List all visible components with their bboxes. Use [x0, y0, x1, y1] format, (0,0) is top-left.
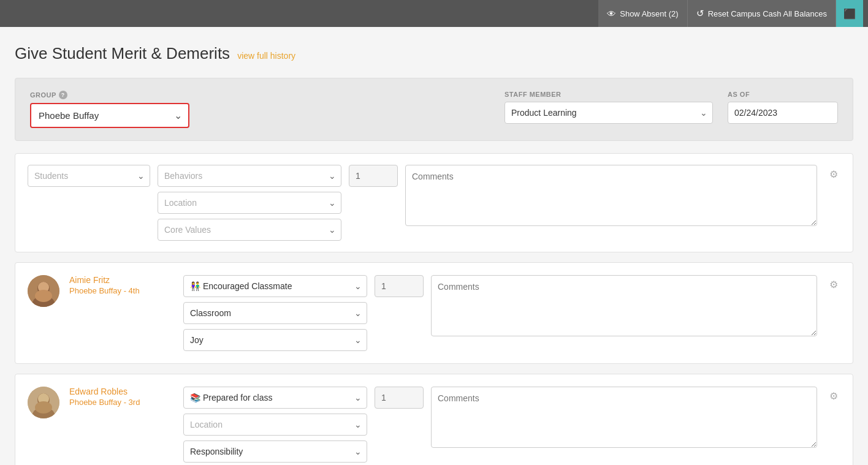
core-value-select-aimie[interactable]: Joy [184, 330, 367, 350]
student-group-edward[interactable]: Phoebe Buffay - 3rd [69, 398, 173, 407]
student-row-aimie: Aimie Fritz Phoebe Buffay - 4th 👫 Encour… [15, 262, 853, 364]
row-middle-edward: 📚 Prepared for class ⌄ Location ⌄ Respon… [183, 387, 817, 463]
group-select[interactable]: Phoebe Buffay [31, 104, 188, 127]
student-name-edward[interactable]: Edward Robles [69, 387, 173, 396]
avatar-svg-aimie [28, 275, 59, 307]
group-info-icon[interactable]: ? [59, 91, 67, 99]
behavior-select-edward[interactable]: 📚 Prepared for class [184, 387, 367, 408]
comments-textarea-edward[interactable] [431, 387, 817, 448]
reset-icon: ↺ [696, 8, 704, 19]
row-middle-aimie: 👫 Encouraged Classmate ⌄ Classroom ⌄ Joy… [183, 275, 817, 351]
location-select-edward[interactable]: Location [184, 414, 367, 435]
behaviors-select[interactable]: Behaviors [158, 165, 341, 186]
student-group-aimie[interactable]: Phoebe Buffay - 4th [69, 286, 173, 295]
avatar-edward [28, 387, 59, 418]
student-name-aimie[interactable]: Aimie Fritz [69, 275, 173, 285]
date-filter: AS OF [728, 91, 838, 124]
location-select-wrapper-aimie: Classroom ⌄ [183, 302, 367, 324]
avatar-aimie [28, 275, 59, 307]
page-content: Give Student Merit & Demerits view full … [0, 0, 868, 465]
core-value-select-wrapper-edward: Responsibility ⌄ [183, 440, 367, 463]
comments-textarea[interactable] [405, 165, 817, 226]
date-input[interactable] [728, 102, 838, 124]
students-select-wrapper: Students ⌄ [28, 165, 150, 187]
group-label: GROUP ? [30, 91, 189, 99]
group-select-wrapper: Phoebe Buffay ⌄ [30, 103, 189, 128]
students-col: Students ⌄ [28, 165, 150, 187]
quantity-input[interactable] [349, 165, 398, 187]
comments-textarea-aimie[interactable] [431, 275, 817, 336]
quantity-input-aimie[interactable] [375, 275, 424, 297]
download-icon: ⬛ [843, 8, 856, 20]
gear-button[interactable]: ⚙ [827, 166, 840, 183]
behaviors-col-aimie: 👫 Encouraged Classmate ⌄ Classroom ⌄ Joy… [183, 275, 367, 351]
behaviors-select-wrapper: Behaviors ⌄ [158, 165, 341, 187]
page-title: Give Student Merit & Demerits [15, 44, 230, 63]
staff-label: STAFF MEMBER [504, 91, 713, 98]
location-select[interactable]: Location [158, 192, 341, 213]
student-row-edward: Edward Robles Phoebe Buffay - 3rd 📚 Prep… [15, 374, 853, 465]
quantity-input-edward[interactable] [375, 387, 424, 409]
top-bar: 👁 Show Absent (2) ↺ Reset Campus Cash Al… [0, 0, 868, 27]
core-values-select-wrapper: Core Values ⌄ [158, 219, 341, 241]
reset-label: Reset Campus Cash All Balances [708, 9, 827, 18]
behaviors-col-edward: 📚 Prepared for class ⌄ Location ⌄ Respon… [183, 387, 367, 463]
svg-point-9 [35, 401, 52, 414]
core-value-select-edward[interactable]: Responsibility [184, 441, 367, 462]
show-absent-label: Show Absent (2) [620, 9, 678, 18]
location-select-aimie[interactable]: Classroom [184, 303, 367, 323]
gear-button-edward[interactable]: ⚙ [827, 388, 840, 404]
staff-select-wrapper: Product Learning ⌄ [504, 102, 713, 124]
page-header: Give Student Merit & Demerits view full … [15, 44, 853, 63]
staff-filter: STAFF MEMBER Product Learning ⌄ [504, 91, 713, 124]
filter-bar: GROUP ? Phoebe Buffay ⌄ STAFF MEMBER Pro… [15, 78, 853, 141]
behavior-select-aimie[interactable]: 👫 Encouraged Classmate [184, 276, 367, 297]
location-select-wrapper: Location ⌄ [158, 192, 341, 214]
location-select-wrapper-edward: Location ⌄ [183, 414, 367, 436]
gear-button-aimie[interactable]: ⚙ [827, 276, 840, 293]
show-absent-button[interactable]: 👁 Show Absent (2) [598, 0, 687, 27]
view-history-link[interactable]: view full history [237, 51, 295, 61]
behaviors-col: Behaviors ⌄ Location ⌄ Core Values ⌄ [158, 165, 341, 241]
svg-point-4 [35, 290, 52, 302]
new-entry-row: Students ⌄ Behaviors ⌄ Location ⌄ [15, 153, 853, 252]
staff-select[interactable]: Product Learning [505, 102, 712, 123]
avatar-svg-edward [28, 387, 59, 418]
behavior-select-wrapper-aimie: 👫 Encouraged Classmate ⌄ [183, 275, 367, 297]
group-filter: GROUP ? Phoebe Buffay ⌄ [30, 91, 189, 128]
download-button[interactable]: ⬛ [836, 0, 863, 27]
student-info-edward: Edward Robles Phoebe Buffay - 3rd [69, 387, 173, 407]
reset-campus-cash-button[interactable]: ↺ Reset Campus Cash All Balances [688, 0, 836, 27]
student-info-aimie: Aimie Fritz Phoebe Buffay - 4th [69, 275, 173, 295]
students-select[interactable]: Students [28, 165, 150, 186]
behavior-select-wrapper-edward: 📚 Prepared for class ⌄ [183, 387, 367, 409]
core-value-select-wrapper-aimie: Joy ⌄ [183, 329, 367, 351]
as-of-label: AS OF [728, 91, 838, 98]
row-middle: Students ⌄ Behaviors ⌄ Location ⌄ [28, 165, 817, 241]
core-values-select[interactable]: Core Values [158, 219, 341, 240]
eye-icon: 👁 [607, 9, 616, 19]
